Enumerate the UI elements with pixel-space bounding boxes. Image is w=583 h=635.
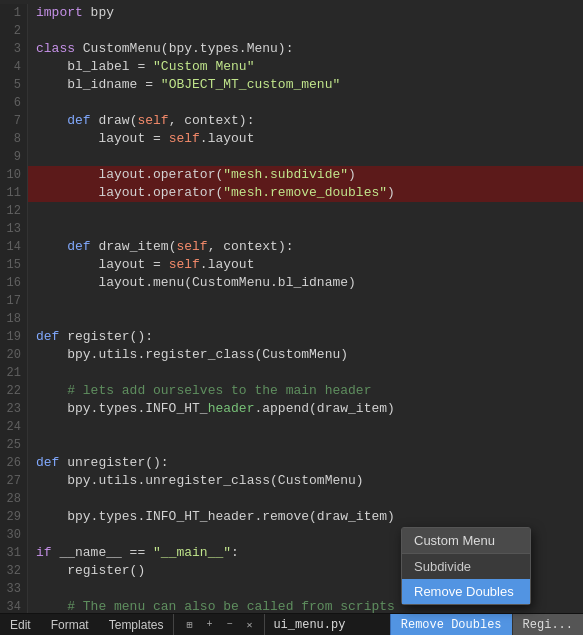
code-line: 26def unregister():	[0, 454, 583, 472]
remove-doubles-button[interactable]: Remove Doubles	[390, 614, 512, 636]
code-line: 27 bpy.utils.unregister_class(CustomMenu…	[0, 472, 583, 490]
context-menu-item-subdivide[interactable]: Subdivide	[402, 554, 530, 579]
line-content	[28, 418, 583, 436]
line-content: bpy.types.INFO_HT_header.remove(draw_ite…	[28, 508, 583, 526]
code-line: 4 bl_label = "Custom Menu"	[0, 58, 583, 76]
line-content: def register():	[28, 328, 583, 346]
code-line: 24	[0, 418, 583, 436]
line-content	[28, 292, 583, 310]
format-button[interactable]: Format	[41, 614, 99, 636]
line-content: bpy.utils.unregister_class(CustomMenu)	[28, 472, 583, 490]
line-number: 4	[0, 58, 28, 76]
code-line: 22 # lets add ourselves to the main head…	[0, 382, 583, 400]
line-content	[28, 436, 583, 454]
code-line: 8 layout = self.layout	[0, 130, 583, 148]
line-content	[28, 148, 583, 166]
line-number: 17	[0, 292, 28, 310]
line-number: 8	[0, 130, 28, 148]
line-content: def draw(self, context):	[28, 112, 583, 130]
line-content: def draw_item(self, context):	[28, 238, 583, 256]
line-number: 31	[0, 544, 28, 562]
line-content: bpy.utils.register_class(CustomMenu)	[28, 346, 583, 364]
edit-button[interactable]: Edit	[0, 614, 41, 636]
line-content: layout = self.layout	[28, 256, 583, 274]
code-line: 19def register():	[0, 328, 583, 346]
line-number: 3	[0, 40, 28, 58]
code-line: 25	[0, 436, 583, 454]
line-number: 32	[0, 562, 28, 580]
line-content: def unregister():	[28, 454, 583, 472]
icon-group: ⊞ + − ✕	[173, 614, 264, 636]
templates-button[interactable]: Templates	[99, 614, 174, 636]
line-content: bl_idname = "OBJECT_MT_custom_menu"	[28, 76, 583, 94]
line-number: 13	[0, 220, 28, 238]
line-number: 15	[0, 256, 28, 274]
line-number: 12	[0, 202, 28, 220]
line-number: 34	[0, 598, 28, 613]
line-number: 27	[0, 472, 28, 490]
line-number: 11	[0, 184, 28, 202]
line-number: 22	[0, 382, 28, 400]
line-number: 25	[0, 436, 28, 454]
line-number: 10	[0, 166, 28, 184]
code-line: 23 bpy.types.INFO_HT_header.append(draw_…	[0, 400, 583, 418]
line-number: 26	[0, 454, 28, 472]
register-button[interactable]: Regi...	[512, 614, 583, 636]
context-menu-item-remove-doubles[interactable]: Remove Doubles	[402, 579, 530, 604]
code-line: 13	[0, 220, 583, 238]
line-number: 18	[0, 310, 28, 328]
code-line: 3class CustomMenu(bpy.types.Menu):	[0, 40, 583, 58]
code-line: 1import bpy	[0, 4, 583, 22]
line-number: 14	[0, 238, 28, 256]
code-line: 10 layout.operator("mesh.subdivide")	[0, 166, 583, 184]
context-menu: Custom Menu Subdivide Remove Doubles	[401, 527, 531, 605]
line-number: 16	[0, 274, 28, 292]
line-number: 24	[0, 418, 28, 436]
line-content: bpy.types.INFO_HT_header.append(draw_ite…	[28, 400, 583, 418]
code-line: 21	[0, 364, 583, 382]
line-content: layout.menu(CustomMenu.bl_idname)	[28, 274, 583, 292]
view-icon[interactable]: ⊞	[180, 616, 198, 634]
line-number: 20	[0, 346, 28, 364]
code-line: 7 def draw(self, context):	[0, 112, 583, 130]
code-line: 20 bpy.utils.register_class(CustomMenu)	[0, 346, 583, 364]
code-line: 2	[0, 22, 583, 40]
line-content	[28, 202, 583, 220]
settings-icon[interactable]: ✕	[240, 616, 258, 634]
bottom-toolbar: Edit Format Templates ⊞ + − ✕ ui_menu.py…	[0, 613, 583, 635]
line-content: import bpy	[28, 4, 583, 22]
line-content: layout.operator("mesh.subdivide")	[28, 166, 583, 184]
code-line: 15 layout = self.layout	[0, 256, 583, 274]
code-line: 9	[0, 148, 583, 166]
code-editor: 1import bpy2 3class CustomMenu(bpy.types…	[0, 0, 583, 613]
line-number: 23	[0, 400, 28, 418]
code-line: 11 layout.operator("mesh.remove_doubles"…	[0, 184, 583, 202]
code-line: 6	[0, 94, 583, 112]
line-content: layout.operator("mesh.remove_doubles")	[28, 184, 583, 202]
code-line: 12	[0, 202, 583, 220]
zoom-in-icon[interactable]: +	[200, 616, 218, 634]
line-number: 7	[0, 112, 28, 130]
code-line: 29 bpy.types.INFO_HT_header.remove(draw_…	[0, 508, 583, 526]
line-number: 19	[0, 328, 28, 346]
line-content	[28, 22, 583, 40]
line-content	[28, 220, 583, 238]
line-number: 30	[0, 526, 28, 544]
zoom-out-icon[interactable]: −	[220, 616, 238, 634]
code-line: 28	[0, 490, 583, 508]
line-content: class CustomMenu(bpy.types.Menu):	[28, 40, 583, 58]
line-content: # lets add ourselves to the main header	[28, 382, 583, 400]
line-number: 28	[0, 490, 28, 508]
line-content: bl_label = "Custom Menu"	[28, 58, 583, 76]
code-line: 17	[0, 292, 583, 310]
filename-label: ui_menu.py	[264, 614, 353, 636]
line-number: 33	[0, 580, 28, 598]
line-number: 6	[0, 94, 28, 112]
line-content	[28, 94, 583, 112]
code-line: 14 def draw_item(self, context):	[0, 238, 583, 256]
line-content	[28, 310, 583, 328]
line-content	[28, 490, 583, 508]
line-content: layout = self.layout	[28, 130, 583, 148]
line-number: 9	[0, 148, 28, 166]
code-line: 16 layout.menu(CustomMenu.bl_idname)	[0, 274, 583, 292]
